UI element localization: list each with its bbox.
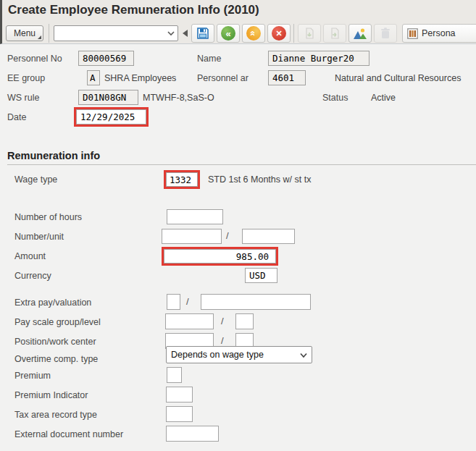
slash-separator: / <box>226 230 229 241</box>
pay-scale-field-1[interactable] <box>165 313 214 329</box>
ws-rule-field[interactable] <box>78 90 138 105</box>
personal-data-button[interactable]: Persona <box>402 24 476 43</box>
header-bar: Create Employee Remuneration Info (2010)… <box>0 0 476 44</box>
premium-field[interactable] <box>167 367 182 383</box>
trash-icon <box>380 27 391 40</box>
annotation-box-date <box>74 107 149 127</box>
save-button[interactable] <box>191 24 214 43</box>
number-unit-field-1[interactable] <box>162 229 222 244</box>
amount-field[interactable] <box>164 249 276 264</box>
annotation-box-amount <box>162 247 278 266</box>
external-document-number-field[interactable] <box>166 426 219 442</box>
pay-scale-field-2[interactable] <box>235 313 254 329</box>
ee-group-field[interactable] <box>87 70 100 85</box>
number-of-hours-label: Number of hours <box>14 212 82 222</box>
premium-indicator-field[interactable] <box>166 387 193 402</box>
exit-icon: « <box>246 26 261 41</box>
status-label: Status <box>322 93 348 103</box>
position-work-center-label: Position/work center <box>14 337 96 347</box>
personal-data-icon <box>407 28 418 39</box>
menu-button-label: Menu <box>14 28 36 38</box>
slash-separator: / <box>221 335 224 346</box>
ee-group-label: EE group <box>7 73 45 83</box>
menu-button[interactable]: Menu <box>6 25 43 41</box>
slash-separator: / <box>186 296 189 307</box>
toolbar-separator <box>49 24 49 43</box>
back-icon: « <box>221 26 235 41</box>
personnel-area-label: Personnel ar <box>197 73 249 83</box>
next-record-icon <box>328 27 341 40</box>
external-document-number-label: External document number <box>14 429 123 439</box>
extra-pay-valuation-label: Extra pay/valuation <box>14 298 91 308</box>
overtime-comp-type-label: Overtime comp. type <box>14 354 98 364</box>
premium-label: Premium <box>14 371 51 381</box>
status-value: Active <box>371 93 396 103</box>
personnel-area-description: Natural and Cultural Resources <box>335 73 461 83</box>
menu-corner-icon <box>38 35 41 39</box>
ws-rule-description: MTWHF-8,SaS-O <box>143 93 214 103</box>
number-unit-field-2[interactable] <box>242 229 295 244</box>
overtime-comp-type-select[interactable]: Depends on wage type <box>166 346 312 363</box>
wage-type-field[interactable] <box>166 172 198 187</box>
name-field[interactable] <box>268 51 369 66</box>
command-field-wrap <box>54 25 178 41</box>
name-label: Name <box>197 54 221 64</box>
ws-rule-label: WS rule <box>7 93 39 103</box>
date-label: Date <box>7 112 26 122</box>
number-unit-label: Number/unit <box>14 232 64 242</box>
extra-pay-field-2[interactable] <box>201 294 311 310</box>
overtime-comp-type-wrap: Depends on wage type <box>166 346 312 363</box>
exit-button[interactable]: « <box>242 24 265 43</box>
section-divider <box>7 164 476 165</box>
number-of-hours-field[interactable] <box>167 209 223 224</box>
next-record-button <box>323 24 346 43</box>
page-title: Create Employee Remuneration Info (2010) <box>8 3 259 17</box>
save-icon <box>196 26 210 41</box>
wage-type-description: STD 1st 6 Months w/ st tx <box>208 174 311 185</box>
currency-label: Currency <box>14 271 51 281</box>
personnel-no-label: Personnel No <box>7 54 62 64</box>
back-button[interactable]: « <box>217 24 240 43</box>
overview-mountains-icon <box>353 28 367 40</box>
collapse-left-icon[interactable] <box>183 30 188 37</box>
ee-group-description: SHRA Employees <box>104 73 176 83</box>
overview-button[interactable] <box>348 24 372 43</box>
premium-indicator-label: Premium Indicator <box>14 390 88 400</box>
date-field[interactable] <box>76 109 146 125</box>
cancel-icon: ✕ <box>272 26 286 41</box>
cancel-button[interactable]: ✕ <box>267 24 291 43</box>
command-input[interactable] <box>54 25 178 41</box>
amount-label: Amount <box>14 251 46 261</box>
annotation-box-wage-type <box>164 170 200 189</box>
copy-record-button <box>298 24 321 43</box>
slash-separator: / <box>221 316 224 326</box>
personnel-no-field[interactable] <box>78 51 134 66</box>
toolbar-separator <box>293 24 294 43</box>
section-heading: Remuneration info <box>7 150 100 161</box>
extra-pay-field-1[interactable] <box>167 294 180 310</box>
tax-area-record-type-field[interactable] <box>166 406 193 422</box>
copy-record-icon <box>303 27 316 40</box>
currency-field[interactable] <box>245 268 277 283</box>
personal-data-button-label: Persona <box>422 28 456 38</box>
delete-button <box>374 24 397 43</box>
personnel-area-field[interactable] <box>268 70 306 85</box>
sap-window: Create Employee Remuneration Info (2010)… <box>0 0 476 451</box>
pay-scale-group-level-label: Pay scale group/level <box>14 317 101 327</box>
wage-type-label: Wage type <box>14 174 57 185</box>
tax-area-record-type-label: Tax area record type <box>14 410 97 420</box>
